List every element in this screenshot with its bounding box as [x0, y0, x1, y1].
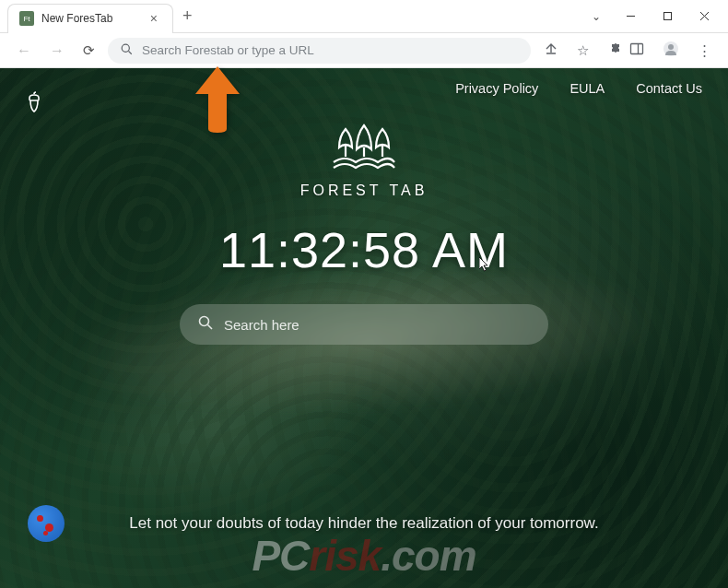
browser-tab[interactable]: Ft New ForesTab ×: [7, 4, 173, 33]
quote-text: Let not your doubts of today hinder the …: [0, 514, 728, 533]
maximize-button[interactable]: [651, 4, 684, 29]
search-icon: [121, 43, 133, 58]
eula-link[interactable]: EULA: [569, 81, 605, 96]
svg-point-4: [122, 44, 129, 52]
top-nav: Privacy Policy EULA Contact Us: [455, 81, 702, 96]
watermark-risk: risk: [309, 532, 381, 580]
watermark-com: .com: [381, 532, 476, 580]
contact-link[interactable]: Contact Us: [636, 81, 702, 96]
svg-rect-1: [663, 13, 671, 20]
privacy-link[interactable]: Privacy Policy: [455, 81, 538, 96]
page-content: Privacy Policy EULA Contact Us FOREST TA…: [0, 68, 728, 588]
watermark-pc: PC: [252, 532, 309, 580]
omnibox-placeholder: Search Forestab or type a URL: [142, 43, 518, 57]
watermark: PCrisk.com: [252, 531, 476, 581]
search-placeholder: Search here: [224, 317, 299, 333]
forward-button[interactable]: →: [44, 39, 70, 63]
logo-trees-icon: [326, 123, 402, 179]
menu-dots-icon[interactable]: ⋮: [692, 39, 717, 63]
svg-point-9: [668, 44, 674, 50]
window-titlebar: Ft New ForesTab × + ⌄: [0, 0, 728, 33]
close-window-button[interactable]: [687, 4, 721, 29]
close-tab-icon[interactable]: ×: [147, 11, 161, 26]
side-panel-icon[interactable]: [624, 38, 650, 63]
back-button[interactable]: ←: [11, 39, 37, 63]
profile-avatar-icon[interactable]: [657, 37, 685, 64]
clock-display: 11:32:58 AM: [219, 221, 509, 278]
logo-text: FOREST TAB: [300, 182, 429, 199]
search-field[interactable]: Search here: [180, 304, 548, 345]
new-tab-button[interactable]: +: [173, 3, 202, 29]
search-icon: [198, 315, 213, 334]
svg-line-14: [208, 325, 213, 330]
svg-line-5: [129, 51, 132, 53]
extensions-puzzle-icon[interactable]: [602, 38, 616, 63]
svg-rect-6: [631, 44, 643, 54]
pointer-arrow-icon: [192, 66, 243, 136]
badge-icon[interactable]: [28, 505, 65, 542]
omnibox[interactable]: Search Forestab or type a URL: [108, 38, 531, 64]
center-content: FOREST TAB 11:32:58 AM Search here: [0, 123, 728, 345]
bookmark-star-icon[interactable]: ☆: [571, 39, 594, 63]
address-bar: ← → ⟳ Search Forestab or type a URL ☆ ⋮: [0, 33, 728, 68]
tab-list-chevron-icon[interactable]: ⌄: [592, 10, 601, 23]
tab-favicon-icon: Ft: [19, 11, 34, 26]
tab-title: New ForesTab: [41, 12, 147, 25]
acorn-icon[interactable]: [22, 90, 46, 114]
window-controls: ⌄: [592, 4, 728, 29]
svg-point-13: [200, 317, 209, 326]
cursor-icon: [479, 257, 490, 275]
minimize-button[interactable]: [614, 4, 647, 29]
reload-button[interactable]: ⟳: [77, 39, 100, 63]
share-icon[interactable]: [538, 38, 564, 63]
